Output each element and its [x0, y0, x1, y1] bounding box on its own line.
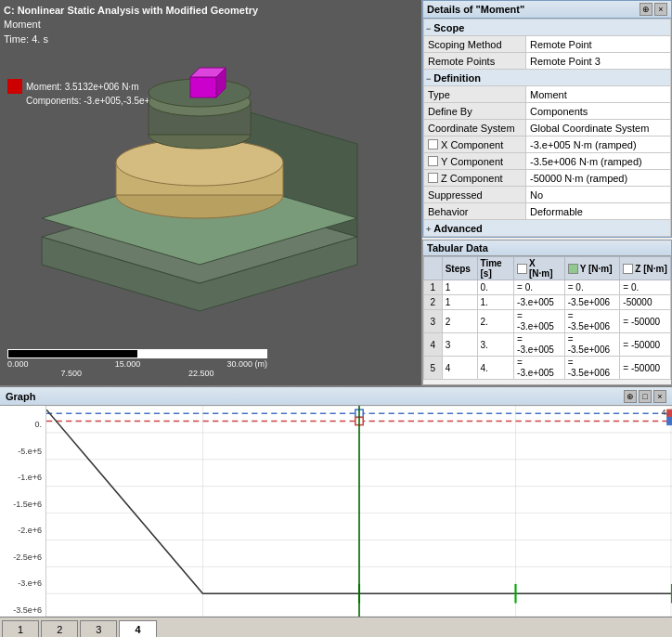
y-col-checkbox[interactable]	[568, 264, 578, 274]
3d-viewport[interactable]: C: Nonlinear Static Analysis with Modifi…	[0, 0, 421, 385]
row-x: -3.e+005	[514, 295, 565, 310]
top-right-label: 4.	[661, 408, 668, 417]
row-num: 3	[424, 310, 443, 333]
row-steps: 4	[442, 357, 477, 380]
viewport-title: C: Nonlinear Static Analysis with Modifi…	[4, 4, 258, 46]
graph-close-icon[interactable]: ×	[653, 390, 666, 403]
definition-section: −Definition	[424, 70, 671, 86]
viewport-subtitle1: Moment	[4, 18, 258, 32]
x-col-checkbox[interactable]	[517, 264, 527, 274]
x-label-4: 4.	[633, 615, 640, 617]
close-icon[interactable]: ×	[654, 3, 667, 16]
tab-3[interactable]: 3	[80, 620, 117, 637]
row-z: = -50000	[620, 357, 671, 380]
graph-area: Graph ⊕ □ × 0.-5.e+5-1.e+6-1.5e+6-2.e+6-…	[0, 385, 672, 637]
th-num	[424, 257, 443, 280]
define-by-row: Define By Components	[424, 103, 671, 120]
row-x: = -3.e+005	[514, 333, 565, 357]
type-row: Type Moment	[424, 86, 671, 103]
table-row: 1 1 0. = 0. = 0. = 0.	[424, 280, 671, 295]
row-z: = 0.	[620, 280, 671, 295]
3d-model	[14, 51, 385, 320]
chart-svg	[46, 406, 672, 617]
z-col-checkbox[interactable]	[623, 264, 633, 274]
tab-2[interactable]: 2	[41, 620, 78, 637]
row-x: = 0.	[514, 280, 565, 295]
row-time: 4.	[477, 357, 514, 380]
details-header: Details of "Moment" ⊕ ×	[423, 1, 671, 19]
details-title: Details of "Moment"	[427, 4, 524, 15]
behavior-row: Behavior Deformable	[424, 203, 671, 220]
scale-bar: 0.000 15.000 30.000 (m) 7.500 22.500	[7, 349, 414, 378]
th-time: Time [s]	[477, 257, 514, 280]
svg-rect-11	[190, 77, 216, 98]
scale-val2: 15.000	[115, 359, 141, 369]
row-steps: 2	[442, 310, 477, 333]
graph-header: Graph ⊕ □ ×	[0, 387, 672, 406]
chart-area[interactable]: 1. 2. 3. 4. 4.	[46, 406, 672, 617]
th-steps: Steps	[442, 257, 477, 280]
th-z: Z [N·m]	[620, 257, 671, 280]
row-x: = -3.e+005	[514, 310, 565, 333]
scope-section: −Scope	[424, 20, 671, 36]
graph-undock-icon[interactable]: □	[639, 390, 652, 403]
pin-icon[interactable]: ⊕	[640, 3, 653, 16]
row-steps: 3	[442, 333, 477, 357]
details-panel: Details of "Moment" ⊕ × −Scope Scoping M…	[422, 0, 672, 238]
row-y: = -3.5e+006	[564, 310, 620, 333]
row-x: = -3.e+005	[514, 357, 565, 380]
y-label: -5.e+5	[18, 447, 42, 456]
row-steps: 1	[442, 280, 477, 295]
tabular-panel: Tabular Data Steps Time [s] X [N·m] Y [N…	[422, 240, 672, 385]
row-z: = -50000	[620, 333, 671, 357]
y-component-checkbox[interactable]	[428, 156, 438, 166]
y-label: -1.5e+6	[13, 500, 42, 509]
table-row: 2 1 1. -3.e+005 -3.5e+006 -50000	[424, 295, 671, 310]
row-time: 1.	[477, 295, 514, 310]
viewport-title-main: C: Nonlinear Static Analysis with Modifi…	[4, 4, 258, 18]
viewport-subtitle2: Time: 4. s	[4, 32, 258, 46]
advanced-section: +Advanced	[424, 220, 671, 237]
y-component-row: Y Component -3.5e+006 N·m (ramped)	[424, 153, 671, 170]
y-label: 0.	[34, 420, 42, 429]
tab-4[interactable]: 4	[119, 620, 156, 637]
scale-val0: 0.000	[7, 359, 29, 369]
y-axis: 0.-5.e+5-1.e+6-1.5e+6-2.e+6-2.5e+6-3.e+6…	[0, 406, 46, 617]
tab-1[interactable]: 1	[2, 620, 39, 637]
table-row: 4 3 3. = -3.e+005 = -3.5e+006 = -50000	[424, 333, 671, 357]
y-label: -1.e+6	[18, 473, 42, 482]
row-num: 4	[424, 333, 443, 357]
svg-rect-32	[667, 417, 672, 424]
z-component-checkbox[interactable]	[428, 173, 438, 183]
suppressed-row: Suppressed No	[424, 187, 671, 203]
scale-val1: 7.500	[60, 369, 82, 378]
tabular-table: Steps Time [s] X [N·m] Y [N·m] Z [N·m]	[423, 256, 671, 380]
coord-system-row: Coordinate System Global Coordinate Syst…	[424, 120, 671, 136]
graph-content: 0.-5.e+5-1.e+6-1.5e+6-2.e+6-2.5e+6-3.e+6…	[0, 406, 672, 617]
scoping-method-row: Scoping Method Remote Point	[424, 36, 671, 53]
row-num: 2	[424, 295, 443, 310]
z-component-row: Z Component -50000 N·m (ramped)	[424, 170, 671, 187]
scale-val3: 22.500	[188, 369, 214, 378]
graph-title: Graph	[6, 391, 35, 402]
row-z: -50000	[620, 295, 671, 310]
graph-pin-icon[interactable]: ⊕	[624, 390, 637, 403]
y-label: -2.5e+6	[13, 552, 42, 562]
row-num: 1	[424, 280, 443, 295]
th-y: Y [N·m]	[564, 257, 620, 280]
remote-points-row: Remote Points Remote Point 3	[424, 53, 671, 70]
x-component-checkbox[interactable]	[428, 139, 438, 150]
row-y: = -3.5e+006	[564, 333, 620, 357]
row-y: = -3.5e+006	[564, 357, 620, 380]
table-row: 5 4 4. = -3.e+005 = -3.5e+006 = -50000	[424, 357, 671, 380]
scale-val4: 30.000 (m)	[226, 359, 267, 369]
tabular-header-row: Steps Time [s] X [N·m] Y [N·m] Z [N·m]	[424, 257, 671, 280]
right-panel: Details of "Moment" ⊕ × −Scope Scoping M…	[421, 0, 672, 385]
row-y: = 0.	[564, 280, 620, 295]
x-label-3: 3.	[487, 615, 495, 617]
y-label: -3.e+6	[18, 578, 42, 588]
row-y: -3.5e+006	[564, 295, 620, 310]
tab-bar: 1234	[0, 617, 672, 637]
table-row: 3 2 2. = -3.e+005 = -3.5e+006 = -50000	[424, 310, 671, 333]
row-num: 5	[424, 357, 443, 380]
